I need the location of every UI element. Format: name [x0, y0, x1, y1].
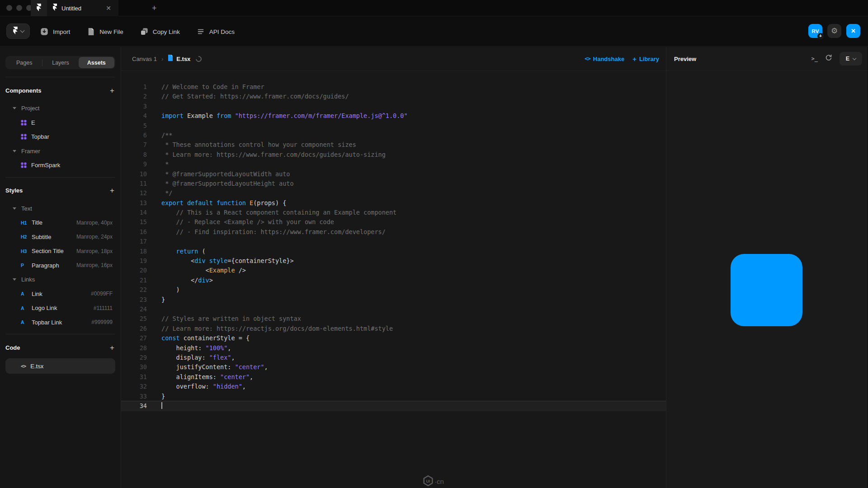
sidebar-tab-assets[interactable]: Assets: [79, 57, 114, 68]
code-token: // - Find inspiration: https://www.frame…: [161, 228, 386, 235]
code-line-22[interactable]: 22 ): [121, 285, 666, 295]
code-line-28[interactable]: 28 height: "100%",: [121, 343, 666, 353]
tab-untitled[interactable]: Untitled ✕: [47, 0, 118, 16]
code-line-20[interactable]: 20 <Example />: [121, 266, 666, 275]
sidebar-item-subtitle[interactable]: H2SubtitleManrope, 24px: [5, 230, 115, 244]
copy-link-button[interactable]: Copy Link: [140, 27, 180, 36]
new-file-button[interactable]: New File: [86, 27, 123, 36]
sidebar-tab-layers[interactable]: Layers: [42, 57, 78, 68]
handshake-link[interactable]: <> Handshake: [585, 56, 624, 62]
code-line-5[interactable]: 5: [121, 121, 666, 131]
disclosure-caret-icon[interactable]: [13, 207, 16, 210]
line-content: alignItems: "center",: [161, 372, 253, 382]
traffic-light-close[interactable]: [6, 5, 12, 11]
user-avatar[interactable]: RV +: [808, 24, 822, 38]
sidebar-tab-pages[interactable]: Pages: [6, 57, 42, 68]
code-line-34[interactable]: 34: [121, 401, 666, 411]
code-line-29[interactable]: 29 display: "flex",: [121, 353, 666, 362]
line-number: 18: [121, 247, 147, 256]
code-line-30[interactable]: 30 justifyContent: "center",: [121, 362, 666, 372]
group-framer[interactable]: Framer: [5, 144, 115, 159]
code-line-33[interactable]: 33}: [121, 392, 666, 401]
add-code-button[interactable]: +: [109, 344, 115, 352]
sidebar-item-paragraph[interactable]: PParagraphManrope, 16px: [5, 258, 115, 273]
code-line-15[interactable]: 15 // - Replace <Example /> with your ow…: [121, 217, 666, 227]
loading-spinner-icon: [195, 55, 203, 63]
group-project[interactable]: Project: [5, 101, 115, 116]
preview-header: Preview >_ E: [666, 47, 868, 71]
code-line-24[interactable]: 24: [121, 305, 666, 314]
section-title: Styles: [5, 187, 109, 194]
code-file-icon: <>: [21, 363, 26, 369]
preview-target-select[interactable]: E: [840, 52, 862, 66]
new-tab-button[interactable]: +: [149, 3, 160, 13]
sidebar-item-e[interactable]: E: [5, 116, 115, 130]
code-line-19[interactable]: 19 <div style={containerStyle}>: [121, 256, 666, 266]
sidebar-item-topbar[interactable]: Topbar: [5, 130, 115, 144]
code-line-32[interactable]: 32 overflow: "hidden",: [121, 382, 666, 391]
code-area[interactable]: 1// Welcome to Code in Framer2// Get Sta…: [121, 71, 666, 488]
sidebar-item-section-title[interactable]: H3Section TitleManrope, 18px: [5, 244, 115, 258]
code-line-11[interactable]: 11 * @framerSupportedLayoutHeight auto: [121, 179, 666, 188]
code-line-18[interactable]: 18 return (: [121, 247, 666, 256]
sidebar-item-e-tsx[interactable]: <>E.tsx: [5, 358, 115, 374]
code-line-26[interactable]: 26// Learn more: https://reactjs.org/doc…: [121, 324, 666, 333]
code-token: [206, 257, 209, 264]
disclosure-caret-icon[interactable]: [13, 107, 16, 109]
toolbar-right-cluster: RV + ⚙ ✕: [808, 24, 860, 38]
code-line-2[interactable]: 2// Get Started: https://www.framer.com/…: [121, 92, 666, 101]
line-number: 20: [121, 266, 147, 275]
import-button[interactable]: Import: [40, 27, 70, 36]
api-docs-button[interactable]: API Docs: [196, 27, 235, 36]
code-line-23[interactable]: 23}: [121, 295, 666, 305]
code-line-21[interactable]: 21 </div>: [121, 276, 666, 285]
sidebar-item-title[interactable]: H1TitleManrope, 40px: [5, 216, 115, 230]
code-line-9[interactable]: 9 *: [121, 160, 666, 169]
breadcrumb-canvas[interactable]: Canvas 1: [132, 56, 157, 62]
code-line-4[interactable]: 4import Example from "https://framer.com…: [121, 111, 666, 121]
sidebar-item-formspark[interactable]: FormSpark: [5, 158, 115, 173]
code-line-13[interactable]: 13export default function E(props) {: [121, 198, 666, 208]
home-tab[interactable]: [31, 0, 47, 16]
refresh-icon[interactable]: [825, 54, 832, 63]
code-line-16[interactable]: 16 // - Find inspiration: https://www.fr…: [121, 227, 666, 237]
line-content: *: [161, 160, 169, 169]
style-meta: Manrope, 16px: [76, 262, 115, 268]
disclosure-caret-icon[interactable]: [13, 278, 16, 281]
code-line-10[interactable]: 10 * @framerSupportedLayoutWidth auto: [121, 169, 666, 179]
style-meta: Manrope, 24px: [76, 234, 115, 240]
hexagon-logo-icon: UI: [423, 475, 433, 488]
code-token: (: [198, 248, 205, 255]
code-line-8[interactable]: 8 * Learn more: https://www.framer.com/d…: [121, 150, 666, 160]
sidebar-item-link[interactable]: ALink#0099FF: [5, 287, 115, 301]
code-line-25[interactable]: 25// Styles are written in object syntax: [121, 314, 666, 324]
close-tab-icon[interactable]: ✕: [104, 4, 113, 12]
sidebar-item-logo-link[interactable]: ALogo Link#111111: [5, 301, 115, 315]
code-line-12[interactable]: 12 */: [121, 188, 666, 198]
code-token: return: [176, 248, 198, 255]
add-styles-button[interactable]: +: [109, 187, 115, 194]
code-line-27[interactable]: 27const containerStyle = {: [121, 333, 666, 343]
close-project-button[interactable]: ✕: [846, 24, 860, 38]
code-token: // This is a React component containing …: [161, 209, 396, 216]
sidebar-item-topbar-link[interactable]: ATopbar Link#999999: [5, 315, 115, 330]
code-line-14[interactable]: 14 // This is a React component containi…: [121, 208, 666, 217]
settings-button[interactable]: ⚙: [827, 24, 841, 38]
code-line-3[interactable]: 3: [121, 102, 666, 111]
code-line-1[interactable]: 1// Welcome to Code in Framer: [121, 82, 666, 92]
code-line-6[interactable]: 6/**: [121, 131, 666, 140]
library-link[interactable]: + Library: [632, 55, 659, 63]
code-line-17[interactable]: 17: [121, 237, 666, 246]
group-links[interactable]: Links: [5, 272, 115, 287]
code-token: div: [194, 257, 205, 264]
code-line-7[interactable]: 7 * These annotations control how your c…: [121, 140, 666, 150]
framer-menu-button[interactable]: [6, 23, 30, 39]
console-icon[interactable]: >_: [811, 56, 818, 62]
code-line-31[interactable]: 31 alignItems: "center",: [121, 372, 666, 382]
add-components-button[interactable]: +: [109, 87, 115, 94]
traffic-light-minimize[interactable]: [16, 5, 22, 11]
group-text[interactable]: Text: [5, 202, 115, 216]
disclosure-caret-icon[interactable]: [13, 150, 16, 152]
line-number: 30: [121, 362, 147, 372]
breadcrumb-file[interactable]: E.tsx: [176, 56, 190, 62]
